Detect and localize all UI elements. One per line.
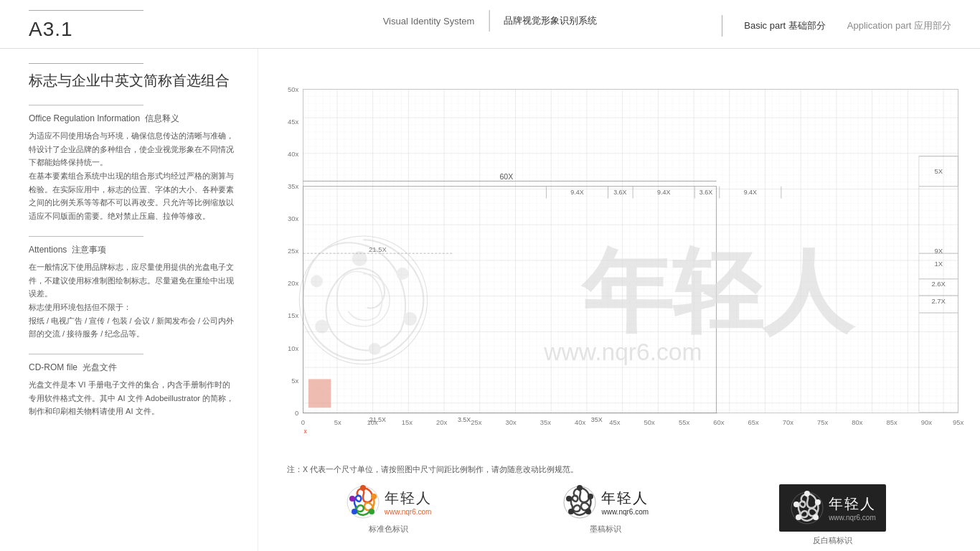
svg-point-87 xyxy=(577,485,583,491)
svg-text:50x: 50x xyxy=(288,85,298,93)
svg-text:45x: 45x xyxy=(609,418,620,426)
center-divider xyxy=(489,10,489,32)
svg-text:15x: 15x xyxy=(402,418,413,426)
svg-point-42 xyxy=(369,343,381,355)
svg-text:25x: 25x xyxy=(288,247,298,255)
svg-text:75x: 75x xyxy=(817,418,828,426)
info-body-1: 为适应不同使用场合与环境，确保信息传达的清晰与准确，特设计了企业品牌的多种组合，… xyxy=(29,129,236,223)
svg-text:10x: 10x xyxy=(288,344,298,352)
page-code: A3.1 xyxy=(29,18,143,41)
svg-text:5x: 5x xyxy=(334,418,341,426)
svg-text:21.5X: 21.5X xyxy=(369,245,387,253)
svg-text:0: 0 xyxy=(301,418,305,426)
svg-text:35x: 35x xyxy=(288,182,298,190)
logo-main-text-color: 年轻人 xyxy=(385,489,432,508)
svg-text:3.6X: 3.6X xyxy=(613,189,626,196)
info-heading-1: Office Regulation Information 信息释义 xyxy=(29,113,236,125)
logo-url-inv: www.nqr6.com xyxy=(829,514,876,522)
svg-point-83 xyxy=(369,509,374,514)
svg-point-91 xyxy=(566,496,572,501)
chart-note: 注：X 代表一个尺寸单位，请按照图中尺寸间距比例制作，请勿随意改动比例规范。 xyxy=(265,465,966,475)
left-title-line xyxy=(29,63,143,64)
svg-text:80x: 80x xyxy=(852,418,862,426)
basic-part-label: Basic part 基础部分 xyxy=(744,19,825,32)
svg-text:25x: 25x xyxy=(471,418,481,426)
info-section-2: Attentions 注意事项 在一般情况下使用品牌标志，应尽量使用提供的光盘电… xyxy=(29,236,236,341)
svg-text:95x: 95x xyxy=(953,418,963,426)
svg-text:x: x xyxy=(304,428,308,435)
svg-text:35x: 35x xyxy=(540,418,551,426)
logo-text-color: 年轻人 www.nqr6.com xyxy=(385,489,432,516)
svg-text:65x: 65x xyxy=(748,418,758,426)
logo-icon-bw xyxy=(562,484,598,520)
svg-text:9.4X: 9.4X xyxy=(570,189,583,196)
info-divider-3 xyxy=(29,354,143,354)
svg-text:20x: 20x xyxy=(288,279,298,287)
info-heading-2: Attentions 注意事项 xyxy=(29,244,236,256)
chart-area: 0 5x 10x 15x 20x 25x 30x 35x 40x 45x 50x… xyxy=(265,56,966,461)
svg-text:www.nqr6.com: www.nqr6.com xyxy=(543,339,702,365)
info-divider-2 xyxy=(29,236,143,237)
svg-point-89 xyxy=(585,509,591,514)
logo-main-text-bw: 年轻人 xyxy=(601,489,649,508)
info-section-1: Office Regulation Information 信息释义 为适应不同… xyxy=(29,105,236,223)
vis-title-en: Visual Identity System xyxy=(383,16,475,27)
logo-main-text-inv: 年轻人 xyxy=(829,494,876,514)
svg-text:50x: 50x xyxy=(644,418,655,426)
svg-text:30x: 30x xyxy=(506,418,517,426)
vis-title-cn: 品牌视觉形象识别系统 xyxy=(504,14,597,27)
svg-point-97 xyxy=(793,501,799,507)
header-left: A3.1 xyxy=(29,10,143,41)
svg-point-90 xyxy=(568,509,574,514)
svg-rect-47 xyxy=(308,379,331,408)
page-section-title: 标志与企业中英文简称首选组合 xyxy=(29,71,236,90)
logos-row: 年轻人 www.nqr6.com 标准色标识 xyxy=(265,481,966,550)
main-content: 标志与企业中英文简称首选组合 Office Regulation Informa… xyxy=(0,49,980,551)
svg-point-84 xyxy=(352,509,357,514)
info-divider-1 xyxy=(29,105,143,105)
svg-text:21.5X: 21.5X xyxy=(369,416,386,423)
app-part-label: Application part 应用部分 xyxy=(847,19,951,32)
info-heading-3: CD-ROM file 光盘文件 xyxy=(29,362,236,374)
svg-text:3.5X: 3.5X xyxy=(458,416,471,423)
svg-text:1X: 1X xyxy=(934,260,943,268)
svg-point-81 xyxy=(360,485,366,491)
logo-text-bw: 年轻人 www.nqr6.com xyxy=(601,489,649,516)
logo-label-inv: 反白稿标识 xyxy=(813,535,852,546)
info-body-3: 光盘文件是本 VI 手册电子文件的集合，内含手册制作时的专用软件格式文件。其中 … xyxy=(29,378,236,418)
svg-text:85x: 85x xyxy=(887,418,897,426)
header: A3.1 Visual Identity System 品牌视觉形象识别系统 B… xyxy=(0,0,980,49)
svg-text:0: 0 xyxy=(295,409,298,417)
svg-point-95 xyxy=(813,514,819,520)
logo-icon-color xyxy=(345,484,381,520)
svg-text:5X: 5X xyxy=(934,167,943,175)
svg-text:60X: 60X xyxy=(499,173,513,181)
svg-text:9.4X: 9.4X xyxy=(744,189,757,196)
left-panel: 标志与企业中英文简称首选组合 Office Regulation Informa… xyxy=(0,49,258,551)
logo-box-color: 年轻人 www.nqr6.com xyxy=(345,484,432,520)
svg-text:15x: 15x xyxy=(288,311,298,319)
svg-point-43 xyxy=(315,320,329,334)
svg-text:20x: 20x xyxy=(436,418,447,426)
header-center: Visual Identity System 品牌视觉形象识别系统 xyxy=(383,10,598,32)
svg-text:9.4X: 9.4X xyxy=(657,189,670,196)
svg-point-85 xyxy=(349,496,355,501)
svg-point-96 xyxy=(796,514,801,520)
logo-item-inv: 年轻人 www.nqr6.com 反白稿标识 xyxy=(779,484,886,546)
logo-box-inv: 年轻人 www.nqr6.com xyxy=(779,484,886,532)
svg-point-41 xyxy=(403,312,417,326)
svg-text:40x: 40x xyxy=(575,418,585,426)
header-top-line xyxy=(29,10,143,11)
right-panel: 0 5x 10x 15x 20x 25x 30x 35x 40x 45x 50x… xyxy=(258,49,980,551)
logo-item-bw: 年轻人 www.nqr6.com 墨稿标识 xyxy=(562,484,649,534)
svg-text:2.6X: 2.6X xyxy=(932,280,946,288)
info-section-3: CD-ROM file 光盘文件 光盘文件是本 VI 手册电子文件的集合，内含手… xyxy=(29,354,236,418)
logo-text-inv: 年轻人 www.nqr6.com xyxy=(829,494,876,522)
logo-url-color: www.nqr6.com xyxy=(385,508,432,516)
svg-text:35X: 35X xyxy=(591,416,603,423)
svg-text:2.7X: 2.7X xyxy=(932,297,946,305)
svg-text:30x: 30x xyxy=(288,215,298,222)
svg-text:45x: 45x xyxy=(288,118,298,126)
svg-point-94 xyxy=(815,499,821,505)
svg-point-40 xyxy=(397,268,409,280)
